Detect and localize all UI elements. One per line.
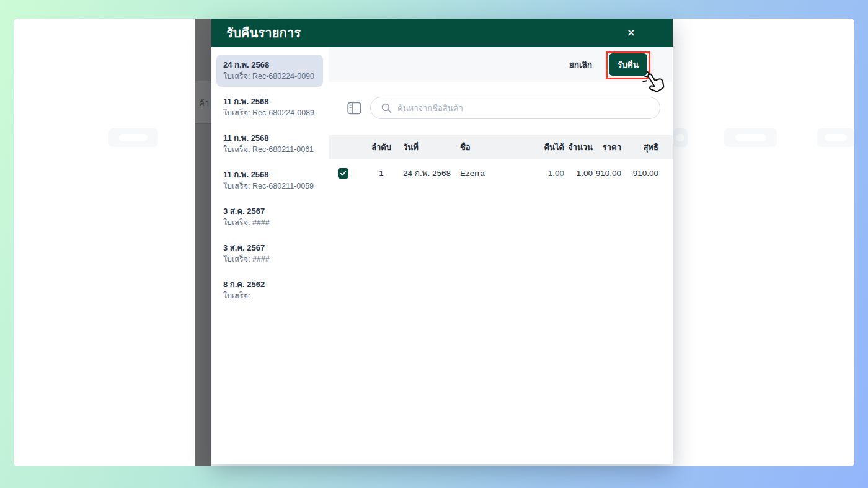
receipt-number: ใบเสร็จ: Rec-680211-0061 [223,144,316,155]
search-input[interactable] [397,104,651,113]
cell-price: 910.00 [593,169,621,178]
sidebar-item-receipt[interactable]: 3 ส.ค. 2567 ใบเสร็จ: #### [216,237,323,270]
search-row [329,97,673,119]
receipt-date: 8 ก.ค. 2562 [223,278,316,290]
receipt-number: ใบเสร็จ: #### [223,217,316,228]
col-header-quantity: จำนวน [564,141,593,154]
cell-quantity: 1.00 [564,169,593,178]
cell-date: 24 ก.พ. 2568 [403,166,460,180]
modal-main-area: ยกเลิก รับคืน [329,47,673,464]
receipt-date: 3 ส.ค. 2567 [223,242,316,254]
search-icon [381,103,392,113]
col-header-returnable: คืนได้ [537,141,564,154]
receipt-date: 11 ก.พ. 2568 [223,169,316,180]
desktop-background: ค้า รับคืนรายการ ✕ 24 ก.พ. 2568 ใบเสร็จ:… [0,0,868,488]
receipt-number: ใบเสร็จ: Rec-680224-0089 [223,107,316,118]
return-items-modal: รับคืนรายการ ✕ 24 ก.พ. 2568 ใบเสร็จ: Rec… [211,19,673,464]
receipt-date: 3 ส.ค. 2567 [223,205,316,217]
receipt-number: ใบเสร็จ: #### [223,254,316,265]
receipt-date: 11 ก.พ. 2568 [223,132,316,144]
col-header-name: ชื่อ [460,141,537,154]
close-icon[interactable]: ✕ [627,28,636,38]
sidebar-item-receipt[interactable]: 3 ส.ค. 2567 ใบเสร็จ: #### [216,201,323,233]
hand-pointer-cursor-icon [640,68,668,97]
check-icon [340,170,347,177]
receipt-date: 11 ก.พ. 2568 [223,95,316,107]
receipt-date: 24 ก.พ. 2568 [223,59,316,71]
action-toolbar: ยกเลิก รับคืน [329,47,673,82]
cell-returnable-link[interactable]: 1.00 [548,169,564,178]
dimmed-app-strip: ค้า [195,19,211,466]
search-box [370,97,660,119]
cancel-button[interactable]: ยกเลิก [569,58,592,71]
table-row: 1 24 ก.พ. 2568 Ezerra 1.00 1.00 910.00 9… [329,159,673,187]
sidebar-item-receipt[interactable]: 11 ก.พ. 2568 ใบเสร็จ: Rec-680211-0059 [216,164,323,197]
sidebar-item-receipt[interactable]: 24 ก.พ. 2568 ใบเสร็จ: Rec-680224-0090 [216,55,323,87]
receipt-number: ใบเสร็จ: [223,290,316,301]
dimmed-button-placeholder [817,128,854,147]
cell-order: 1 [360,169,403,178]
col-header-date: วันที่ [403,141,460,154]
col-header-price: ราคา [593,141,621,154]
modal-body: 24 ก.พ. 2568 ใบเสร็จ: Rec-680224-0090 11… [211,47,673,464]
dimmed-button-placeholder [724,128,777,147]
sidebar-item-receipt[interactable]: 11 ก.พ. 2568 ใบเสร็จ: Rec-680224-0089 [216,91,323,123]
cell-net: 910.00 [621,169,658,178]
col-header-net: สุทธิ [621,141,658,154]
table-header: ลำดับ วันที่ ชื่อ คืนได้ จำนวน ราคา สุทธ… [329,135,673,159]
dimmed-app-text-fragment: ค้า [199,97,209,110]
receipt-number: ใบเสร็จ: Rec-680211-0059 [223,180,316,192]
modal-title: รับคืนรายการ [226,23,301,43]
sidebar-item-receipt[interactable]: 8 ก.ค. 2562 ใบเสร็จ: [216,274,323,306]
receipt-sidebar: 24 ก.พ. 2568 ใบเสร็จ: Rec-680224-0090 11… [211,47,329,464]
modal-header: รับคืนรายการ ✕ [211,19,673,47]
sidebar-layout-icon[interactable] [346,100,363,117]
sidebar-item-receipt[interactable]: 11 ก.พ. 2568 ใบเสร็จ: Rec-680211-0061 [216,128,323,160]
cell-name: Ezerra [460,169,537,178]
dimmed-button-placeholder [673,128,688,147]
col-header-order: ลำดับ [360,141,403,154]
row-checkbox[interactable] [338,168,348,179]
dimmed-button-placeholder [108,128,158,147]
receipt-number: ใบเสร็จ: Rec-680224-0090 [223,71,316,82]
